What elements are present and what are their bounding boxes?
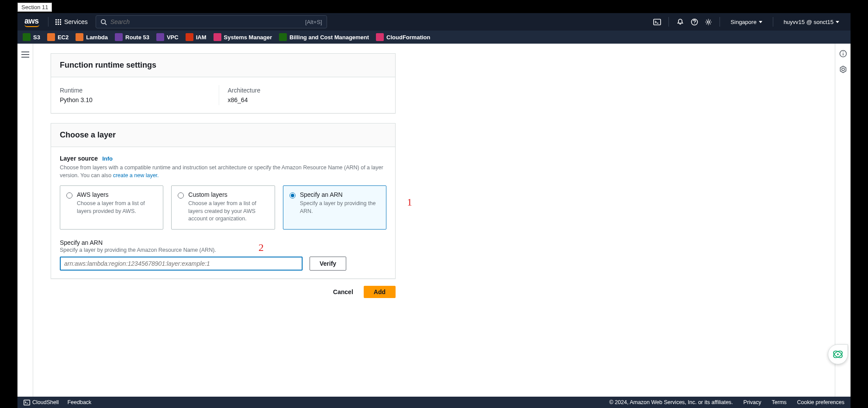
footer: CloudShell Feedback © 2024, Amazon Web S… <box>17 397 851 408</box>
form-actions: Cancel Add <box>51 279 396 315</box>
service-icon <box>156 33 164 41</box>
terms-link[interactable]: Terms <box>772 399 787 405</box>
service-icon <box>376 33 384 41</box>
runtime-value: Python 3.10 <box>60 96 219 103</box>
add-button[interactable]: Add <box>364 286 396 298</box>
assistant-icon <box>832 349 844 360</box>
svg-marker-10 <box>840 66 846 73</box>
radio-icon <box>178 192 184 199</box>
fav-item-lambda[interactable]: Lambda <box>76 33 108 41</box>
caret-down-icon <box>836 21 839 23</box>
search-input[interactable] <box>110 18 276 25</box>
service-icon <box>76 33 83 41</box>
right-rail <box>835 44 851 397</box>
account-selector[interactable]: huyvv15 @ sonct15 <box>778 19 845 25</box>
feedback-link[interactable]: Feedback <box>67 399 91 405</box>
svg-rect-2 <box>654 19 661 25</box>
service-icon <box>47 33 55 41</box>
main-content: Function runtime settings Runtime Python… <box>33 44 835 397</box>
fav-item-systems-manager[interactable]: Systems Manager <box>214 33 272 41</box>
svg-rect-12 <box>24 400 30 405</box>
footer-copyright: © 2024, Amazon Web Services, Inc. or its… <box>609 399 733 405</box>
tile-desc: Choose a layer from a list of layers pro… <box>77 200 157 215</box>
help-icon-button[interactable] <box>687 15 701 29</box>
fav-item-s3[interactable]: S3 <box>23 33 40 41</box>
divider <box>720 17 720 27</box>
search-icon <box>100 19 107 25</box>
tile-title: Custom layers <box>188 191 268 198</box>
svg-point-11 <box>842 68 844 71</box>
layer-source-label: Layer source <box>60 155 98 162</box>
fav-item-billing[interactable]: Billing and Cost Management <box>279 33 369 41</box>
cancel-button[interactable]: Cancel <box>329 286 358 298</box>
cloudshell-icon-button[interactable] <box>650 15 664 29</box>
arn-field-desc: Specify a layer by providing the Amazon … <box>60 247 386 253</box>
tile-desc: Choose a layer from a list of layers cre… <box>188 200 268 223</box>
service-icon <box>186 33 193 41</box>
service-icon <box>214 33 221 41</box>
radio-icon <box>289 192 296 199</box>
layer-source-tile-aws[interactable]: AWS layers Choose a layer from a list of… <box>60 185 163 230</box>
tile-title: Specify an ARN <box>300 191 380 198</box>
section-tab: Section 11 <box>17 3 52 12</box>
notifications-icon-button[interactable] <box>673 15 687 29</box>
region-selector[interactable]: Singapore <box>724 19 768 25</box>
fav-item-iam[interactable]: IAM <box>186 33 207 41</box>
fav-item-cloudformation[interactable]: CloudFormation <box>376 33 430 41</box>
tile-title: AWS layers <box>77 191 157 198</box>
privacy-link[interactable]: Privacy <box>744 399 761 405</box>
grid-icon <box>55 19 61 25</box>
divider <box>773 17 773 27</box>
card-title: Function runtime settings <box>60 61 386 70</box>
services-label: Services <box>64 18 88 25</box>
architecture-value: x86_64 <box>228 96 387 103</box>
cloudshell-link[interactable]: CloudShell <box>24 399 59 405</box>
svg-point-9 <box>843 51 844 52</box>
service-icon <box>115 33 123 41</box>
divider <box>668 17 669 27</box>
fav-item-vpc[interactable]: VPC <box>156 33 179 41</box>
layer-source-description: Choose from layers with a compatible run… <box>60 164 386 179</box>
svg-point-16 <box>837 353 839 355</box>
fav-item-ec2[interactable]: EC2 <box>47 33 69 41</box>
layer-source-tile-custom[interactable]: Custom layers Choose a layer from a list… <box>171 185 275 230</box>
search-shortcut: [Alt+S] <box>305 19 322 25</box>
tile-desc: Specify a layer by providing the ARN. <box>300 200 380 215</box>
services-menu-button[interactable]: Services <box>53 17 90 27</box>
service-icon <box>279 33 287 41</box>
annotation-1: 1 <box>407 196 412 208</box>
architecture-label: Architecture <box>228 87 387 94</box>
caret-down-icon <box>759 21 762 23</box>
choose-layer-card: Choose a layer Layer source Info Choose … <box>51 123 396 279</box>
left-rail <box>17 44 33 397</box>
radio-icon <box>66 192 72 199</box>
history-panel-toggle[interactable] <box>839 65 847 73</box>
info-panel-toggle[interactable] <box>839 50 847 58</box>
aws-logo[interactable]: aws <box>23 17 44 27</box>
info-link[interactable]: Info <box>102 155 113 162</box>
service-icon <box>23 33 31 41</box>
arn-input[interactable] <box>60 257 303 271</box>
svg-line-1 <box>105 23 107 25</box>
top-nav: aws Services [Alt+S] <box>17 13 851 31</box>
svg-point-0 <box>101 19 105 23</box>
cloudshell-icon <box>24 400 30 405</box>
sidebar-toggle-button[interactable] <box>21 51 29 58</box>
svg-point-5 <box>694 23 695 24</box>
settings-icon-button[interactable] <box>701 15 715 29</box>
runtime-label: Runtime <box>60 87 219 94</box>
search-box[interactable]: [Alt+S] <box>96 15 327 28</box>
fav-item-route53[interactable]: Route 53 <box>115 33 149 41</box>
favorites-bar: S3 EC2 Lambda Route 53 VPC IAM Systems M… <box>17 31 851 44</box>
assistant-badge[interactable] <box>828 344 848 364</box>
arn-field-label: Specify an ARN <box>60 239 386 246</box>
verify-button[interactable]: Verify <box>310 257 346 271</box>
layer-source-tile-specify-arn[interactable]: Specify an ARN Specify a layer by provid… <box>283 185 386 230</box>
cookie-preferences-link[interactable]: Cookie preferences <box>797 399 844 405</box>
card-title: Choose a layer <box>60 130 386 140</box>
divider <box>48 17 48 27</box>
runtime-settings-card: Function runtime settings Runtime Python… <box>51 53 396 113</box>
create-new-layer-link[interactable]: create a new layer. <box>113 172 159 178</box>
svg-point-6 <box>707 21 710 23</box>
